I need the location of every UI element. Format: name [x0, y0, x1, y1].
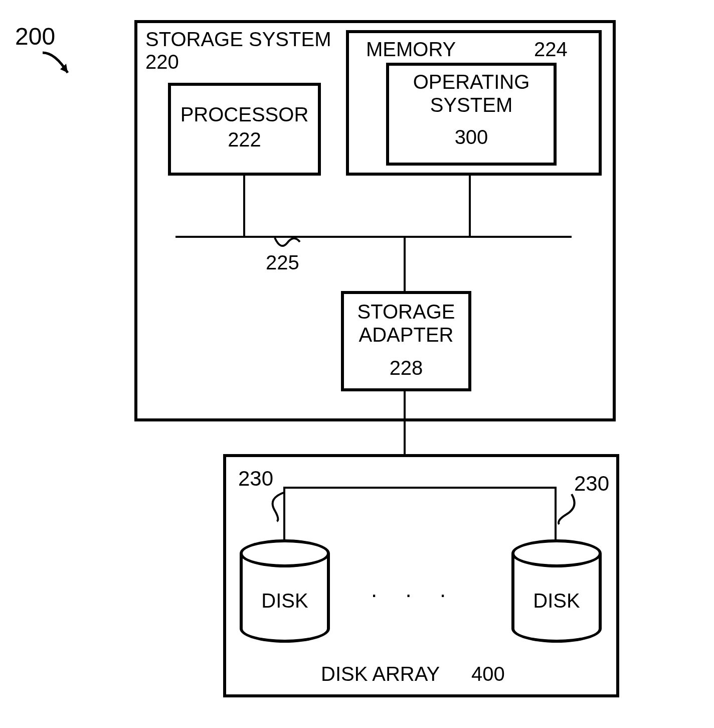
disk-bus-horizontal: [283, 487, 557, 489]
arrow-200: [40, 50, 80, 92]
processor-num: 222: [168, 128, 321, 151]
memory-num: 224: [534, 38, 568, 61]
disk-right-label: DISK: [511, 590, 602, 612]
disk-left-label: DISK: [240, 590, 330, 612]
disk-array-num: 400: [471, 662, 505, 685]
disk-ref-right: 230: [574, 472, 609, 496]
storage-system-title: STORAGE SYSTEM: [145, 28, 331, 51]
line-bus-adapter: [404, 236, 406, 291]
bus-line: [175, 236, 572, 238]
disk-ellipsis: . . .: [371, 577, 457, 602]
line-proc-bus: [243, 176, 245, 236]
disk-ref-left: 230: [238, 467, 273, 491]
disk-right: DISK: [511, 539, 602, 640]
storage-adapter-num: 228: [341, 356, 471, 379]
bus-num: 225: [266, 251, 299, 274]
os-label: OPERATING SYSTEM: [386, 70, 557, 116]
os-num: 300: [386, 125, 557, 149]
memory-label: MEMORY: [366, 38, 456, 61]
storage-system-num: 220: [145, 50, 179, 73]
line-mem-bus: [469, 176, 471, 236]
storage-adapter-label: STORAGE ADAPTER: [341, 300, 471, 346]
arc-disk-left: [271, 492, 291, 524]
processor-label: PROCESSOR: [168, 103, 321, 126]
disk-array-title: DISK ARRAY: [321, 662, 440, 685]
ref-200: 200: [15, 23, 55, 50]
arc-disk-right: [552, 494, 577, 526]
diagram-stage: { "ref_200": "200", "storage_system": { …: [0, 0, 714, 728]
disk-left: DISK: [240, 539, 330, 640]
